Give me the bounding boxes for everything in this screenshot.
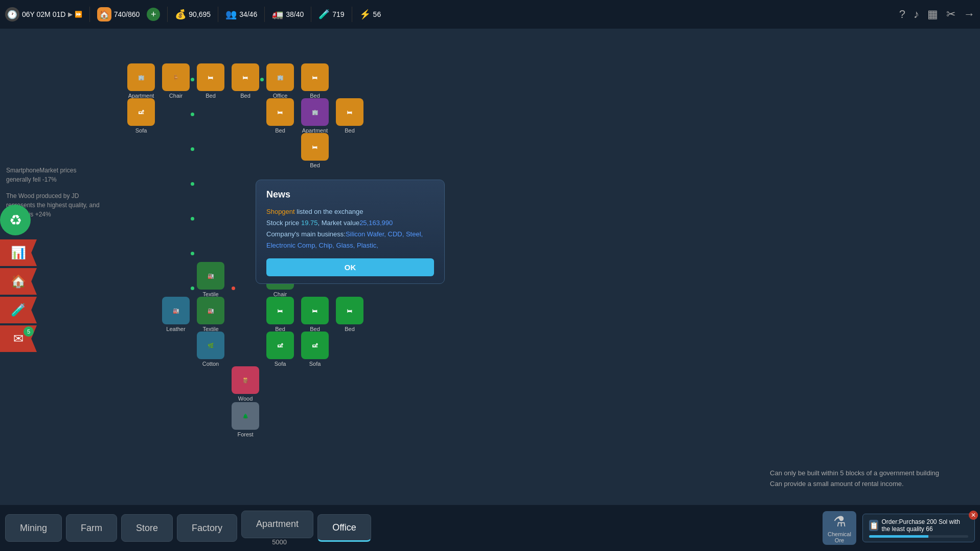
grid-icon[interactable]: ▦ [927,8,938,21]
top-bar-right: ? ♪ ▦ ✂ → [899,8,975,21]
energy-display: ⚡ 56 [359,9,381,20]
ratio-display: 👥 34/46 [225,9,257,20]
modal-ok-button[interactable]: OK [266,258,434,276]
company-name: Shopgent [266,208,295,215]
trucks-display: 🚛 38/40 [272,9,304,20]
money-display: 💰 90,695 [175,9,211,20]
bolt-icon: ⚡ [359,9,371,20]
divider5 [311,7,311,22]
divider2 [167,7,168,22]
help-icon[interactable]: ? [899,8,905,21]
exit-icon[interactable]: → [964,8,975,21]
clock-icon: 🕐 [5,7,19,21]
modal-body: Shopgent listed on the exchange Stock pr… [266,206,434,251]
modal-overlay: News Shopgent listed on the exchange Sto… [0,29,980,551]
time-display: 🕐 06Y 02M 01D ▶ ⏩ [5,7,82,21]
stock-price: 19.75 [301,219,318,227]
divider3 [218,7,218,22]
flask-icon: 🧪 [318,9,330,20]
settings-icon[interactable]: ✂ [946,8,955,21]
top-bar: 🕐 06Y 02M 01D ▶ ⏩ 🏠 740/860 + 💰 90,695 👥… [0,0,980,29]
money-icon: 💰 [175,9,186,20]
modal-title: News [266,189,434,200]
divider [89,7,90,22]
research-display: 🧪 719 [318,9,344,20]
music-icon[interactable]: ♪ [914,8,919,21]
game-map[interactable]: SmartphoneMarket prices generally fell -… [0,29,980,551]
house-icon: 🏠 [97,7,111,21]
add-button[interactable]: + [147,8,160,21]
truck-icon: 🚛 [272,9,283,20]
divider4 [264,7,265,22]
divider6 [352,7,352,22]
market-value: 25,163,990 [359,219,393,227]
population-display: 🏠 740/860 [97,7,140,21]
news-modal: News Shopgent listed on the exchange Sto… [256,180,445,284]
ratio-icon: 👥 [225,9,237,20]
